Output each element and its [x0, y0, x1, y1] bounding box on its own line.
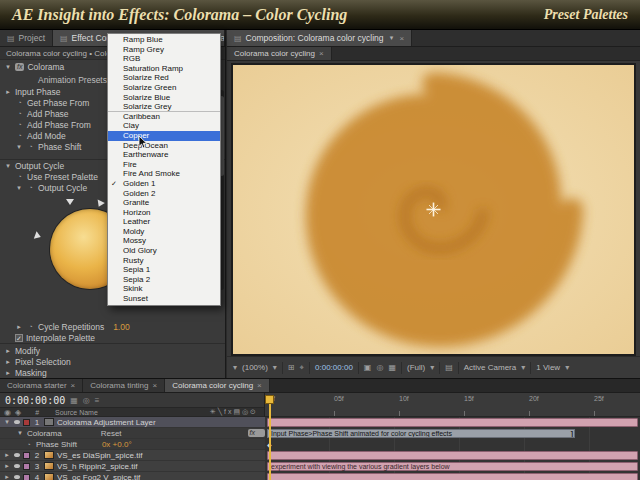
view-layout-select[interactable]: 1 View [536, 363, 560, 372]
preset-menu-item[interactable]: ✓ RGB [108, 54, 220, 64]
stopwatch-icon[interactable]: ◔ [15, 173, 24, 180]
stopwatch-icon[interactable]: ◔ [26, 143, 35, 150]
palette-stop-marker[interactable] [34, 231, 42, 241]
checkbox-checked-icon[interactable]: ✓ [15, 334, 23, 342]
preset-menu-item[interactable]: ✓ Deep Ocean [108, 141, 220, 151]
palette-stop-marker[interactable] [95, 200, 105, 209]
layer-bar-2[interactable] [267, 451, 638, 460]
preset-menu-item[interactable]: ✓ Golden 2 [108, 189, 220, 199]
current-time-display[interactable]: 0:00:00:00 [5, 395, 65, 406]
preset-menu-item[interactable]: ✓ Skink [108, 284, 220, 294]
layer-name[interactable]: Colorama Adjustment Layer [57, 418, 156, 427]
close-icon[interactable]: × [257, 381, 262, 390]
preset-menu-item[interactable]: ✓ Sunset [108, 294, 220, 304]
comp-mini-flowchart-icon[interactable]: ▦ [70, 396, 78, 405]
layer-row-3[interactable]: ▸ 3 VS_h Rippin2_spice.tif [0, 461, 265, 472]
twirl-down-icon[interactable]: ▾ [4, 63, 12, 71]
timeline-track-area[interactable]: 0f 05f 10f 15f 20f 25f Input Phase>Phase… [265, 393, 640, 480]
property-row-phase-shift[interactable]: ◔ Phase Shift 0x +0.0° [0, 439, 265, 450]
preset-menu-item[interactable]: ✓ Solarize Blue [108, 93, 220, 103]
twirl-right-icon[interactable]: ▸ [4, 88, 12, 96]
eye-icon[interactable] [14, 475, 20, 479]
close-icon[interactable]: × [319, 49, 324, 58]
stopwatch-icon[interactable]: ◔ [15, 121, 24, 128]
snapshot-icon[interactable]: ▣ [364, 363, 372, 372]
comp-timecode[interactable]: 0:00:00:00 [315, 363, 353, 372]
row-cycle-repetitions[interactable]: ▸ ◔ Cycle Repetitions 1.00 [0, 321, 225, 332]
preset-menu-item[interactable]: ✓ Sepia 1 [108, 265, 220, 275]
preset-menu-item[interactable]: ✓ Caribbean [108, 112, 220, 122]
timeline-tab[interactable]: Colorama starter × [0, 379, 83, 392]
stopwatch-icon[interactable]: ◔ [15, 99, 24, 106]
preset-menu-item[interactable]: ✓ Rusty [108, 256, 220, 266]
twirl-right-icon[interactable]: ▸ [3, 473, 11, 480]
chevron-down-icon[interactable]: ▾ [388, 34, 396, 42]
time-ruler[interactable]: 0f 05f 10f 15f 20f 25f [265, 393, 640, 417]
reset-link[interactable]: Reset [101, 429, 122, 438]
stopwatch-icon[interactable]: ◔ [24, 441, 33, 448]
preset-menu-item[interactable]: ✓ Leather [108, 217, 220, 227]
hide-shy-icon[interactable]: ≡ [95, 396, 100, 405]
layer-name[interactable]: VS_h Rippin2_spice.tif [57, 462, 138, 471]
label-color-swatch[interactable] [23, 419, 30, 426]
camera-select[interactable]: Active Camera [464, 363, 516, 372]
show-snapshot-icon[interactable]: ◎ [376, 363, 383, 372]
layer-bar-4[interactable] [267, 473, 638, 480]
preset-menu-item[interactable]: ✓ Solarize Red [108, 73, 220, 83]
twirl-down-icon[interactable]: ▾ [3, 418, 11, 426]
twirl-right-icon[interactable]: ▸ [3, 462, 11, 470]
twirl-down-icon[interactable]: ▾ [15, 143, 23, 151]
timeline-tab[interactable]: Colorama tinting × [83, 379, 165, 392]
twirl-down-icon[interactable]: ▾ [15, 184, 23, 192]
row-interpolate-palette[interactable]: ✓ Interpolate Palette [0, 332, 225, 343]
effect-group-row[interactable]: ▾ Colorama Reset fx [0, 428, 265, 439]
safe-guides-icon[interactable]: ⊞ [288, 363, 295, 372]
chevron-down-icon[interactable]: ▾ [521, 363, 525, 372]
stopwatch-icon[interactable]: ◔ [26, 184, 35, 191]
twirl-right-icon[interactable]: ▸ [3, 451, 11, 459]
row-masking[interactable]: ▸ Masking [0, 367, 225, 378]
layer-row-4[interactable]: ▸ 4 VS_oc Fog2 V_spice.tif [0, 472, 265, 480]
preset-menu-item[interactable]: ✓ Golden 1 [108, 179, 220, 189]
tab-composition[interactable]: ▤ Composition: Colorama color cycling ▾ … [227, 30, 412, 46]
stopwatch-icon[interactable]: ◔ [15, 132, 24, 139]
twirl-right-icon[interactable]: ▸ [15, 323, 23, 331]
current-time-indicator[interactable] [269, 395, 271, 480]
preset-menu-item[interactable]: ✓ Moldy [108, 227, 220, 237]
preset-menu-item[interactable]: ✓ Clay [108, 121, 220, 131]
layer-name[interactable]: VS_oc Fog2 V_spice.tif [57, 473, 140, 480]
label-color-swatch[interactable] [23, 463, 30, 470]
stopwatch-icon[interactable]: ◔ [26, 323, 35, 330]
eye-icon[interactable] [14, 453, 20, 457]
row-modify[interactable]: ▸ Modify [0, 345, 225, 356]
twirl-down-icon[interactable]: ▾ [16, 429, 24, 437]
twirl-down-icon[interactable]: ▾ [4, 162, 12, 170]
cycle-repetitions-value[interactable]: 1.00 [113, 322, 130, 332]
layer-row-2[interactable]: ▸ 2 VS_es DiaSpin_spice.tif [0, 450, 265, 461]
preset-menu-item[interactable]: ✓ Sepia 2 [108, 275, 220, 285]
stopwatch-icon[interactable]: ◔ [15, 110, 24, 117]
twirl-right-icon[interactable]: ▸ [4, 347, 12, 355]
preset-menu-item[interactable]: ✓ Mossy [108, 236, 220, 246]
preset-menu-item[interactable]: ✓ Solarize Grey [108, 102, 220, 112]
chevron-down-icon[interactable]: ▾ [273, 363, 277, 372]
preset-menu-item[interactable]: ✓ Solarize Green [108, 83, 220, 93]
tab-project[interactable]: ▤ Project [0, 30, 53, 46]
preset-menu-item[interactable]: ✓ Fire [108, 160, 220, 170]
preset-menu-item[interactable]: ✓ Old Glory [108, 246, 220, 256]
close-icon[interactable]: × [400, 34, 405, 43]
resolution-select[interactable]: (Full) [407, 363, 425, 372]
close-icon[interactable]: × [153, 381, 158, 390]
layer-name[interactable]: VS_es DiaSpin_spice.tif [57, 451, 142, 460]
marker-annotation-1[interactable]: Input Phase>Phase Shift animated for col… [267, 429, 575, 438]
mask-visibility-icon[interactable]: ⌖ [300, 363, 305, 373]
twirl-right-icon[interactable]: ▸ [4, 358, 12, 366]
eye-icon[interactable] [14, 464, 20, 468]
preset-menu-item[interactable]: ✓ Granite [108, 198, 220, 208]
preset-menu-item[interactable]: ✓ Copper [108, 131, 220, 141]
palette-stop-marker[interactable] [66, 199, 74, 205]
label-color-swatch[interactable] [23, 474, 30, 480]
channel-icon[interactable]: ▦ [388, 363, 396, 372]
preset-menu-item[interactable]: ✓ Ramp Blue [108, 35, 220, 45]
close-icon[interactable]: × [71, 381, 76, 390]
